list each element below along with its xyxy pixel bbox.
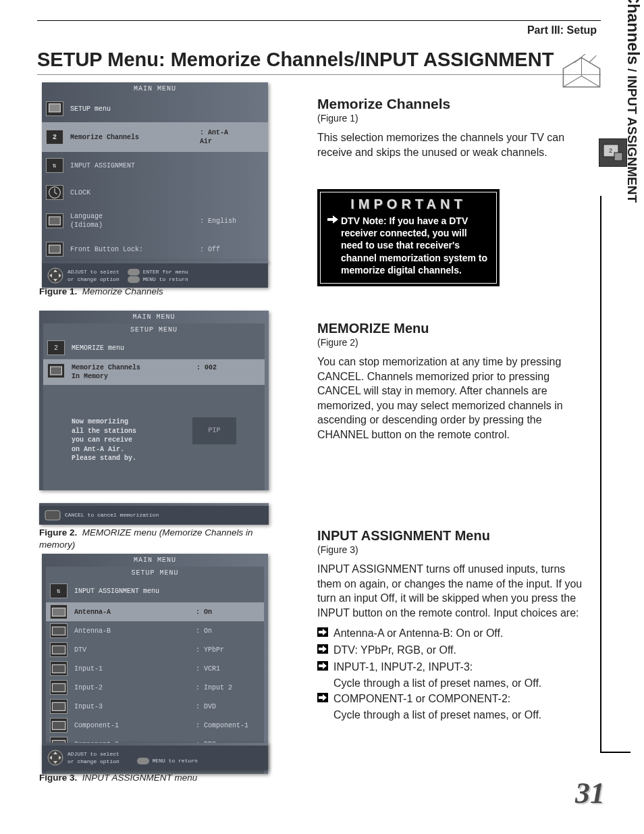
- osd1-footer-right: ENTER for menu MENU to return: [128, 268, 188, 283]
- sec2-body: You can stop memorization at any time by…: [317, 355, 584, 442]
- osd3-footer-right: MENU to return: [137, 757, 198, 764]
- arrow-icon: [317, 660, 333, 675]
- list-item: Antenna-A or Antenna-B: On or Off.: [317, 627, 584, 641]
- figure-2-caption: Figure 2. MEMORIZE menu (Memorize Channe…: [39, 527, 275, 550]
- osd2-footer-text: CANCEL to cancel memorization: [65, 511, 159, 519]
- sec2-ref: (Figure 2): [317, 337, 584, 348]
- osd1-row-clock: CLOCK: [42, 179, 268, 206]
- svg-rect-6: [49, 217, 61, 225]
- page-title: SETUP Menu: Memorize Channels/INPUT ASSI…: [37, 49, 554, 71]
- arrow-icon: [317, 692, 333, 706]
- osd3-footer: ADJUST to select or change option MENU t…: [42, 743, 268, 770]
- osd3-title: MAIN MENU: [42, 554, 268, 567]
- sec2-heading: MEMORIZE Menu: [317, 321, 584, 336]
- osd1-title: MAIN MENU: [42, 82, 268, 95]
- sidebar-rule: [600, 196, 630, 753]
- osd3-row-6: Component-1: Component-1: [46, 716, 264, 735]
- list-sub: Cycle through a list of preset names, or…: [317, 677, 584, 689]
- osd1-row-lock: Front Button Lock: : Off: [42, 236, 268, 263]
- input-icon: [50, 604, 68, 619]
- sec1-ref: (Figure 1): [317, 113, 584, 124]
- svg-rect-3: [614, 153, 622, 161]
- updown-icon: ⇅: [50, 583, 68, 598]
- tv-2-icon: 2: [46, 130, 63, 145]
- osd-input-assignment: MAIN MENU SETUP MENU ⇅ INPUT ASSIGNMENT …: [42, 554, 268, 774]
- arrow-icon: [317, 627, 333, 641]
- svg-rect-17: [52, 721, 65, 729]
- osd2-memorize-row: Memorize Channels In Memory : 002: [43, 359, 265, 385]
- sidebar-sub: / INPUT ASSIGNMENT: [625, 65, 639, 203]
- osd2-title: MAIN MENU: [39, 311, 269, 323]
- tv-icon: [46, 101, 63, 116]
- important-box: IMPORTANT DTV Note: If you have a DTV re…: [317, 189, 584, 286]
- sidebar-main: Memorize Channels: [624, 0, 643, 65]
- osd1-footer-left: ADJUST to select or change option: [68, 268, 119, 283]
- osd3-row-2: DTV: YPbPr: [46, 640, 264, 659]
- svg-rect-15: [52, 683, 65, 692]
- important-body: DTV Note: If you have a DTV receiver con…: [341, 215, 489, 276]
- input-icon: [50, 699, 68, 714]
- osd-memorize-menu: MAIN MENU SETUP MENU 2 MEMORIZE menu Mem…: [39, 311, 269, 490]
- osd3-footer-left: ADJUST to select or change option: [68, 750, 119, 765]
- input-icon: [50, 680, 68, 695]
- tv-2-icon: 2: [47, 340, 65, 355]
- sec3-ref: (Figure 3): [317, 544, 584, 555]
- osd3-row-0: Antenna-A: On: [46, 602, 264, 621]
- pip-box: PIP: [192, 417, 236, 444]
- osd3-subtitle: SETUP MENU: [46, 567, 264, 579]
- osd1-row-memorize: 2 Memorize Channels : Ant-A Air: [42, 122, 268, 152]
- input-icon: [50, 642, 68, 657]
- osd2-subtitle: SETUP MENU: [43, 323, 265, 336]
- svg-rect-11: [52, 608, 65, 616]
- svg-text:2: 2: [609, 147, 612, 154]
- dpad-icon: [47, 750, 63, 766]
- section-memorize-menu: MEMORIZE Menu (Figure 2) You can stop me…: [317, 321, 584, 442]
- sec1-heading: Memorize Channels: [317, 96, 584, 112]
- osd1-row-language: Language (Idioma) : English: [42, 206, 268, 236]
- svg-rect-16: [52, 702, 65, 710]
- arrow-icon: [327, 215, 341, 276]
- svg-rect-4: [49, 104, 61, 112]
- section-memorize-channels: Memorize Channels (Figure 1) This select…: [317, 96, 584, 159]
- figure-1-caption: Figure 1. Memorize Channels: [39, 286, 269, 296]
- osd2-footer: CANCEL to cancel memorization: [39, 503, 269, 525]
- cancel-icon: [45, 510, 61, 521]
- input-icon: [50, 661, 68, 676]
- osd3-row-3: Input-1: VCR1: [46, 659, 264, 678]
- osd3-row-5: Input-3: DVD: [46, 697, 264, 716]
- osd2-note: Now memorizing all the stations you can …: [43, 412, 265, 471]
- osd1-row-input: ⇅ INPUT ASSIGNMENT: [42, 152, 268, 179]
- pill-icon: [128, 269, 140, 276]
- sec3-body: INPUT ASSIGNMENT turns off unused inputs…: [317, 562, 584, 620]
- title-rule: [37, 74, 601, 75]
- dpad-icon: [47, 267, 63, 284]
- pill-icon: [128, 276, 140, 283]
- osd1-row-setup: SETUP menu: [42, 95, 268, 122]
- sec1-body: This selection memorizes the channels yo…: [317, 130, 584, 159]
- svg-rect-9: [51, 367, 62, 375]
- osd3-row-4: Input-2: Input 2: [46, 678, 264, 697]
- svg-rect-10: [45, 511, 60, 520]
- list-sub: Cycle through a list of preset names, or…: [317, 709, 584, 721]
- pill-icon: [137, 758, 149, 764]
- sidebar-title: Memorize Channels / INPUT ASSIGNMENT: [624, 0, 643, 203]
- svg-rect-7: [49, 245, 61, 253]
- setup-box-icon: [560, 54, 603, 91]
- input-icon: [50, 623, 68, 638]
- osd2-subhead-row: 2 MEMORIZE menu: [43, 336, 265, 359]
- svg-rect-14: [52, 664, 65, 673]
- osd1-footer: ADJUST to select or change option ENTER …: [42, 261, 268, 288]
- clock-icon: [46, 185, 63, 200]
- panel-icon: [47, 363, 65, 378]
- page-number: 31: [575, 776, 605, 810]
- panel-icon: [46, 242, 63, 257]
- input-icon: [50, 718, 68, 733]
- svg-rect-13: [52, 646, 65, 654]
- header-rule: [37, 20, 601, 21]
- part-label: Part III: Setup: [527, 24, 597, 36]
- osd3-row-1: Antenna-B: On: [46, 621, 264, 640]
- osd3-subhead-row: ⇅ INPUT ASSIGNMENT menu: [46, 579, 264, 602]
- figure-3-caption: Figure 3. INPUT ASSIGNMENT menu: [39, 773, 197, 783]
- list-item: INPUT-1, INPUT-2, INPUT-3:: [317, 660, 584, 675]
- memorize-channels-icon: 2: [599, 138, 627, 167]
